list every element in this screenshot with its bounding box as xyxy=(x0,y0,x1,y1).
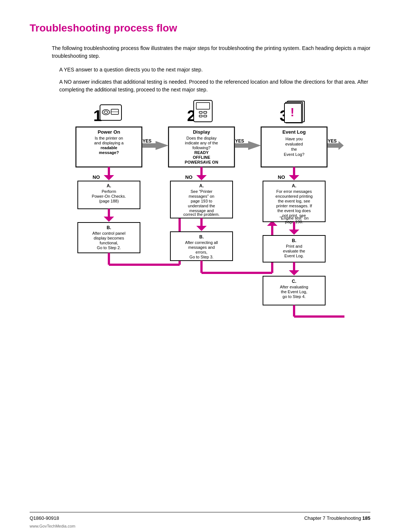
svg-text:page 193 to: page 193 to xyxy=(191,199,212,203)
svg-text:(page 188): (page 188) xyxy=(99,199,119,203)
step2-icon xyxy=(194,100,212,122)
yes-arrow-3 xyxy=(327,143,339,148)
yes-arrowhead-2 xyxy=(248,141,261,150)
svg-text:the event log, see: the event log, see xyxy=(278,199,310,203)
no-label-2: NO xyxy=(185,174,193,180)
step3-sub-a-title: A. xyxy=(292,183,296,188)
svg-text:following?: following? xyxy=(193,145,211,150)
svg-text:go to Step 4.: go to Step 4. xyxy=(283,294,306,299)
flowchart-diagram: 1 2 3 xyxy=(56,98,344,421)
svg-text:the event log does: the event log does xyxy=(277,208,311,213)
step1-sub-a-title: A. xyxy=(107,183,111,188)
step1-icon xyxy=(100,105,121,120)
intro-paragraph-2: A YES answer to a question directs you t… xyxy=(59,66,370,74)
svg-text:message?: message? xyxy=(99,150,119,155)
no-label-1: NO xyxy=(93,174,100,180)
svg-text:printer messages. If: printer messages. If xyxy=(276,204,313,208)
footer-url: www.GovTechMedia.com xyxy=(30,524,76,528)
no-arrowhead-3 xyxy=(289,175,299,180)
page-title: Troubleshooting process flow xyxy=(30,22,370,34)
svg-text:Is the printer on: Is the printer on xyxy=(95,136,123,140)
svg-text:After correcting all: After correcting all xyxy=(185,240,218,245)
svg-text:Perform: Perform xyxy=(101,189,116,194)
no-arrowhead-2 xyxy=(196,175,207,180)
svg-text:evaluated: evaluated xyxy=(285,142,303,146)
no-label-3: NO xyxy=(278,174,285,180)
svg-text:Power-On Checks.: Power-On Checks. xyxy=(92,194,126,198)
step1-arrowhead-ab xyxy=(104,217,114,222)
svg-text:OFFLINE: OFFLINE xyxy=(193,155,210,160)
svg-text:evaluate the: evaluate the xyxy=(283,249,305,253)
svg-text:READY: READY xyxy=(194,150,209,155)
step3-title: Event Log xyxy=(283,129,306,135)
step2-sub-b-title: B. xyxy=(199,234,204,240)
svg-text:readable: readable xyxy=(100,145,117,150)
step2-title: Display xyxy=(193,129,210,135)
yes-label-1: YES xyxy=(143,138,151,144)
svg-text:!: ! xyxy=(290,106,294,119)
footer-right: Chapter 7 Troubleshooting 185 xyxy=(304,515,370,521)
svg-text:encountered printing: encountered printing xyxy=(276,194,313,198)
svg-text:indicate any of the: indicate any of the xyxy=(185,141,218,145)
svg-text:Event Log?: Event Log? xyxy=(284,152,304,157)
step3-icon: ! xyxy=(284,101,304,123)
intro-paragraph-1: The following troubleshooting process fl… xyxy=(52,44,370,60)
footer-left: Q1860-90918 xyxy=(30,515,59,521)
svg-text:Go to Step 3.: Go to Step 3. xyxy=(190,255,214,259)
svg-text:POWERSAVE ON: POWERSAVE ON xyxy=(185,160,218,164)
page-footer: Q1860-90918 Chapter 7 Troubleshooting 18… xyxy=(30,512,370,521)
svg-text:Go to Step 2.: Go to Step 2. xyxy=(97,245,121,250)
svg-text:the: the xyxy=(291,147,297,151)
yes-arrowhead-3 xyxy=(339,141,344,150)
yes-arrow-1 xyxy=(142,143,156,148)
svg-text:and displaying a: and displaying a xyxy=(94,141,124,145)
yes-label-3: YES xyxy=(328,138,337,144)
step3-arrowhead-bc xyxy=(289,270,299,275)
svg-text:messages and: messages and xyxy=(188,245,215,250)
svg-text:See "Printer: See "Printer xyxy=(191,189,213,194)
svg-text:messages" on: messages" on xyxy=(189,194,214,198)
yes-arrow-2 xyxy=(235,143,248,148)
svg-text:For error messages: For error messages xyxy=(276,189,312,194)
svg-text:Event Log.: Event Log. xyxy=(284,254,304,258)
step2-arrowhead-ab xyxy=(196,226,207,231)
svg-text:display becomes: display becomes xyxy=(94,236,124,240)
svg-text:correct the problem.: correct the problem. xyxy=(183,212,220,217)
yes-label-2: YES xyxy=(235,138,244,144)
svg-text:functional,: functional, xyxy=(100,241,118,245)
svg-text:After control panel: After control panel xyxy=(92,231,125,235)
svg-text:Have you: Have you xyxy=(286,137,303,141)
no-arrowhead-1 xyxy=(104,175,114,180)
svg-text:errors,: errors, xyxy=(196,250,207,254)
intro-paragraph-3: A NO answer indicates that additional te… xyxy=(59,78,370,94)
step1-sub-b-title: B. xyxy=(107,225,111,230)
step3-arrowhead-ab xyxy=(289,230,299,235)
step3-sub-b-title: B. xyxy=(292,238,296,243)
yes-arrowhead-1 xyxy=(156,141,169,150)
svg-text:understand the: understand the xyxy=(188,204,215,208)
svg-text:the Event Log,: the Event Log, xyxy=(281,290,307,294)
svg-text:After evaluating: After evaluating xyxy=(280,285,308,289)
step3-sub-c-title: C. xyxy=(292,279,296,284)
svg-text:Does the display: Does the display xyxy=(186,136,217,140)
step1-title: Power On xyxy=(98,129,120,135)
svg-text:A.: A. xyxy=(199,183,204,188)
svg-text:Print and: Print and xyxy=(286,244,302,248)
